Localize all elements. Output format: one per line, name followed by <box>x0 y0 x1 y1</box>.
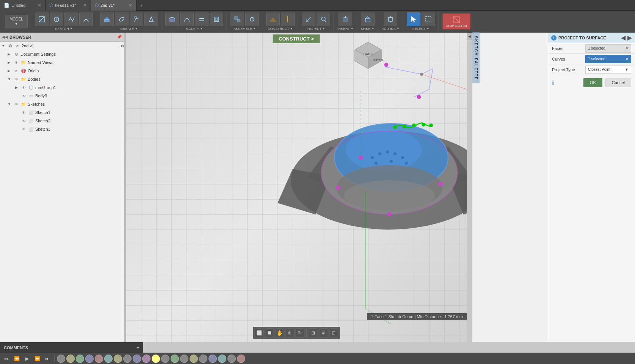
timeline-item-12[interactable] <box>161 355 169 363</box>
tree-named-views[interactable]: ▶ 👁 📁 Named Views <box>0 58 124 67</box>
create-btn-2[interactable] <box>115 12 129 26</box>
modify-group-label[interactable]: MODIFY▼ <box>186 27 203 31</box>
origin-eye[interactable]: 👁 <box>13 68 19 74</box>
timeline-item-19[interactable] <box>227 355 236 363</box>
tab-add-button[interactable]: + <box>136 2 146 9</box>
timeline-next-btn[interactable]: ⏩ <box>33 355 42 363</box>
sketch-btn-2[interactable] <box>50 12 63 26</box>
tree-sketch2[interactable]: 👁 ⬜ Sketch2 <box>0 117 124 125</box>
addins-group-label[interactable]: ADD-INS▼ <box>382 27 400 31</box>
construct-btn-1[interactable] <box>266 12 280 26</box>
viewport-zoom-btn[interactable]: ⊕ <box>285 328 294 337</box>
viewport-view-btn[interactable]: ⊞ <box>309 328 318 337</box>
viewport-snap-btn[interactable]: ⊡ <box>329 328 338 337</box>
tab-untitled-close[interactable]: ✕ <box>38 3 41 8</box>
make-btn-1[interactable] <box>361 12 375 26</box>
sketch-btn-1[interactable] <box>35 12 49 26</box>
timeline-item-16[interactable] <box>199 355 207 363</box>
create-btn-4[interactable] <box>144 12 158 26</box>
timeline-item-7[interactable] <box>114 355 122 363</box>
timeline-prev-btn[interactable]: ⏪ <box>12 355 21 363</box>
sketch2-eye[interactable]: 👁 <box>21 118 27 124</box>
pts-curves-clear-btn[interactable]: ✕ <box>626 57 629 61</box>
tree-body3[interactable]: 👁 ▭ Body3 <box>0 92 124 100</box>
sketch3-eye[interactable]: 👁 <box>21 126 27 132</box>
create-group-label[interactable]: CREATE▼ <box>121 27 138 31</box>
bodies-eye[interactable]: 👁 <box>13 76 19 82</box>
insert-btn-1[interactable] <box>339 12 352 26</box>
timeline-item-18[interactable] <box>218 355 226 363</box>
root-gear-icon[interactable]: ⚙ <box>121 44 124 48</box>
timeline-next-end-btn[interactable]: ⏭ <box>43 355 52 363</box>
timeline-item-15[interactable] <box>190 355 198 363</box>
select-btn-2[interactable] <box>422 12 435 26</box>
nav-cube[interactable]: BACK BOTTOM <box>353 40 383 70</box>
construct-btn-2[interactable] <box>281 12 295 26</box>
timeline-item-9[interactable] <box>133 355 141 363</box>
inspect-group-label[interactable]: INSPECT▼ <box>307 27 325 31</box>
sketches-eye[interactable]: 👁 <box>13 101 19 107</box>
tab-head11v1-close[interactable]: ✕ <box>83 3 87 8</box>
tab-2ndv1-close[interactable]: ✕ <box>129 3 132 8</box>
pts-cancel-button[interactable]: Cancel <box>605 78 631 87</box>
tree-document-settings[interactable]: ▶ ⚙ Document Settings <box>0 50 124 58</box>
viewport-pan-btn[interactable]: ✋ <box>275 328 284 337</box>
inspect-btn-2[interactable] <box>317 12 330 26</box>
sketch1-eye[interactable]: 👁 <box>21 109 27 116</box>
assemble-btn-2[interactable] <box>245 12 259 26</box>
timeline-item-2[interactable] <box>66 355 75 363</box>
timeline-play-btn[interactable]: ▶ <box>22 355 31 363</box>
inspect-btn-1[interactable] <box>302 12 315 26</box>
sketch-btn-3[interactable] <box>64 12 78 26</box>
root-eye-icon[interactable]: 👁 <box>14 43 20 49</box>
modify-btn-4[interactable] <box>210 12 223 26</box>
sketch-btn-4[interactable] <box>79 12 93 26</box>
pts-project-type-dropdown[interactable]: Closest Point ▼ <box>585 66 631 74</box>
timeline-item-20[interactable] <box>237 355 245 363</box>
addins-btn-1[interactable] <box>384 12 397 26</box>
tab-2ndv1[interactable]: ⬡ 2nd v1* ✕ <box>91 0 136 11</box>
timeline-prev-start-btn[interactable]: ⏮ <box>2 355 11 363</box>
stop-sketch-button[interactable]: STOP SKETCH <box>442 13 470 30</box>
tree-origin[interactable]: ▶ 👁 🎯 Origin <box>0 67 124 75</box>
pts-faces-clear-btn[interactable]: ✕ <box>626 46 629 50</box>
modify-btn-2[interactable] <box>180 12 194 26</box>
timeline-item-14[interactable] <box>180 355 188 363</box>
insert-group-label[interactable]: INSERT▼ <box>337 27 354 31</box>
sketch-group-label[interactable]: SKETCH▼ <box>55 27 72 31</box>
pts-expand-right[interactable]: ▶ <box>627 34 632 41</box>
viewport-grid-btn[interactable]: # <box>319 328 328 337</box>
tab-untitled[interactable]: 📄 Untitled ✕ <box>0 0 45 11</box>
named-views-eye[interactable]: 👁 <box>13 59 19 66</box>
timeline-item-13[interactable] <box>171 355 179 363</box>
select-btn-1[interactable] <box>407 12 420 26</box>
assemble-btn-1[interactable] <box>230 12 244 26</box>
timeline-item-1[interactable] <box>57 355 65 363</box>
make-group-label[interactable]: MAKE▼ <box>361 27 374 31</box>
tree-root-item[interactable]: ▼ ⚙ 👁 2nd v1 ⚙ <box>0 42 124 50</box>
modify-btn-3[interactable] <box>195 12 209 26</box>
timeline-item-4[interactable] <box>85 355 94 363</box>
select-group-label[interactable]: SELECT▼ <box>412 27 430 31</box>
tree-sketches[interactable]: ▼ 👁 📁 Sketches <box>0 100 124 108</box>
timeline-item-10[interactable] <box>142 355 151 363</box>
browser-collapse-icon[interactable]: ◀◀ <box>2 35 8 39</box>
timeline-item-5[interactable] <box>95 355 103 363</box>
viewport-display-btn-2[interactable]: 🔲 <box>265 328 274 337</box>
tab-head11v1[interactable]: ⬡ head11 v1* ✕ <box>45 0 91 11</box>
modify-btn-1[interactable] <box>165 12 179 26</box>
viewport[interactable]: CONSTRUCT > <box>126 33 467 342</box>
model-button[interactable]: MODEL ▼ <box>5 15 28 28</box>
timeline-item-3[interactable] <box>76 355 84 363</box>
timeline-item-8[interactable] <box>123 355 132 363</box>
viewport-display-btn-1[interactable]: ⬜ <box>254 328 263 337</box>
timeline-item-17[interactable] <box>209 355 217 363</box>
create-btn-3[interactable] <box>130 12 143 26</box>
assemble-group-label[interactable]: ASSEMBLE▼ <box>234 27 256 31</box>
viewport-orbit-btn[interactable]: ↻ <box>295 328 304 337</box>
comments-toggle-btn[interactable]: + <box>136 345 139 350</box>
tree-bodies[interactable]: ▼ 👁 📁 Bodies <box>0 75 124 83</box>
tree-sketch1[interactable]: 👁 ⬜ Sketch1 <box>0 108 124 117</box>
browser-pin-button[interactable]: 📌 <box>117 34 122 39</box>
pts-ok-button[interactable]: OK <box>583 78 602 87</box>
